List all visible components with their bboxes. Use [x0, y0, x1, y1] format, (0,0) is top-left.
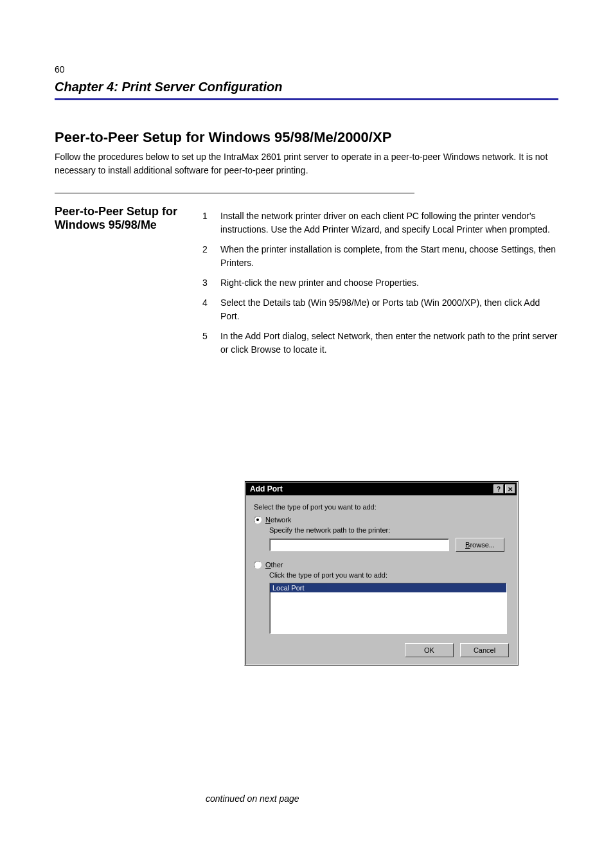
step-number: 2 — [202, 243, 214, 270]
dialog-instruction: Select the type of port you want to add: — [254, 503, 509, 511]
radio-icon — [254, 561, 262, 569]
step-text: Right-click the new printer and choose P… — [220, 276, 558, 290]
step-item: 5 In the Add Port dialog, select Network… — [202, 330, 558, 357]
step-text: Select the Details tab (Win 95/98/Me) or… — [220, 296, 558, 323]
cancel-button[interactable]: Cancel — [460, 643, 509, 657]
subsection-heading: Peer-to-Peer Setup for Windows 95/98/Me — [55, 205, 183, 232]
step-number: 5 — [202, 330, 214, 357]
other-type-label: Click the type of port you want to add: — [269, 571, 509, 579]
step-text: In the Add Port dialog, select Network, … — [220, 330, 558, 357]
network-radio-label: Network — [265, 516, 291, 524]
step-number: 4 — [202, 296, 214, 323]
step-text: Install the network printer driver on ea… — [220, 209, 558, 236]
close-button[interactable]: ✕ — [505, 484, 515, 493]
help-button[interactable]: ? — [493, 484, 504, 493]
port-type-listbox[interactable]: Local Port — [269, 583, 507, 634]
chapter-title: Chapter 4: Print Server Configuration — [55, 80, 558, 94]
network-path-label: Specify the network path to the printer: — [269, 526, 509, 534]
other-radio[interactable]: Other — [254, 561, 509, 569]
header-rule — [55, 98, 558, 100]
radio-icon — [254, 516, 262, 524]
step-item: 2 When the printer installation is compl… — [202, 243, 558, 270]
close-icon: ✕ — [508, 486, 513, 493]
browse-button[interactable]: Browse... — [456, 538, 504, 552]
step-number: 3 — [202, 276, 214, 290]
page-header: 60 Chapter 4: Print Server Configuration — [55, 64, 558, 100]
dialog-title: Add Port — [250, 484, 492, 493]
step-item: 4 Select the Details tab (Win 95/98/Me) … — [202, 296, 558, 323]
list-item[interactable]: Local Port — [270, 583, 506, 592]
section-heading: Peer-to-Peer Setup for Windows 95/98/Me/… — [55, 128, 558, 146]
intro-paragraph: Follow the procedures below to set up th… — [55, 150, 558, 177]
step-item: 3 Right-click the new printer and choose… — [202, 276, 558, 290]
step-text: When the printer installation is complet… — [220, 243, 558, 270]
page-number: 60 — [55, 64, 558, 75]
dialog-titlebar[interactable]: Add Port ? ✕ — [246, 483, 517, 495]
page-body: Peer-to-Peer Setup for Windows 95/98/Me/… — [55, 128, 558, 363]
add-port-dialog: Add Port ? ✕ Select the type of port you… — [244, 481, 519, 666]
other-radio-label: Other — [265, 561, 283, 569]
network-radio[interactable]: Network — [254, 516, 509, 524]
continued-text: continued on next page — [206, 793, 299, 804]
help-icon: ? — [497, 486, 501, 493]
step-item: 1 Install the network printer driver on … — [202, 209, 558, 236]
step-number: 1 — [202, 209, 214, 236]
ok-button[interactable]: OK — [405, 643, 454, 657]
network-path-input[interactable] — [269, 538, 449, 551]
